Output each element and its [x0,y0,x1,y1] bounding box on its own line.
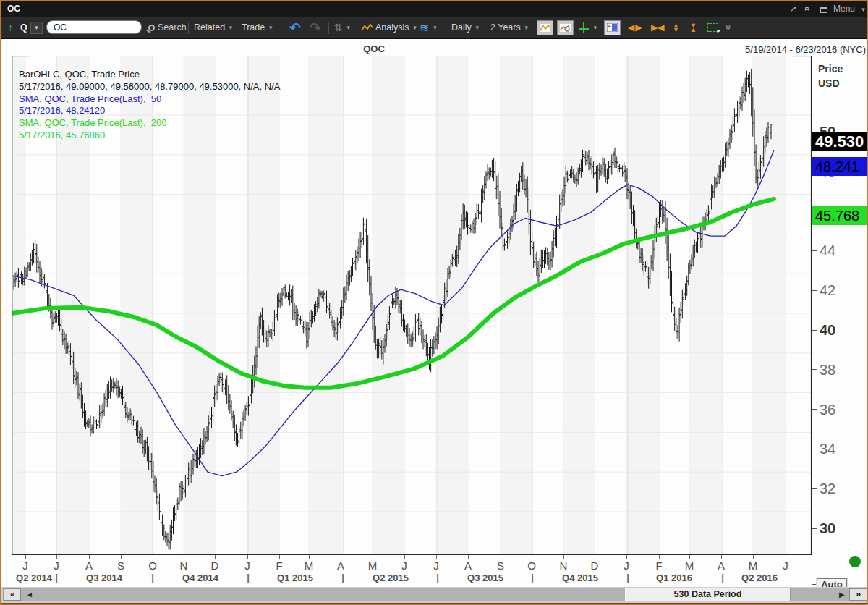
zoom-select-tool[interactable]: ▸ [707,17,718,38]
month-label: M [302,559,316,572]
range-dropdown[interactable]: 2 Years▼ [490,17,529,38]
month-label: O [145,559,160,572]
collapse-icon[interactable]: » [804,4,809,14]
interval-dropdown[interactable]: Daily▼ [451,17,480,38]
price-tick-label: 34 [820,441,863,457]
quarter-separator: | [145,572,160,583]
last-value-box: 45.768 [812,206,868,225]
symbol-input[interactable] [46,20,142,34]
quarter-separator: | [525,572,540,583]
price-tick-label: 30 [820,520,863,537]
quarter-label: Q4 2015 [551,572,609,583]
add-panel-button[interactable]: + [604,17,621,38]
chart-settings-button[interactable] [557,17,574,38]
search-button[interactable]: Search [148,17,187,38]
popout-icon[interactable]: ↗ [790,4,797,14]
month-label: S [493,559,508,572]
menu-button[interactable]: Menu ▼ [833,4,866,15]
legend-line: 5/17/2016, 45.76860 [19,130,280,142]
title-bar: OC ↗ » Menu ▼ [1,1,867,17]
more-tools-icon[interactable]: » [726,17,731,38]
chart-magnifier-icon [560,24,571,32]
redo-icon[interactable]: ↷ [310,17,321,38]
legend-line: 5/17/2016, 48.24120 [19,105,280,117]
scroll-far-left-button[interactable]: « [4,588,21,601]
time-axis[interactable]: JJASONDJFMAMJJASONDJFMAMJQ2 2014Q3 2014Q… [1,555,868,587]
cursor-icon: ▸ [717,27,720,34]
chart-style-button[interactable] [537,17,553,38]
month-label: M [365,559,380,572]
month-label: D [208,559,222,572]
chart-legend: BarOHLC, QOC, Trade Price5/17/2016, 49.0… [19,69,280,142]
related-menu[interactable]: Related▼ [194,17,234,38]
scroll-left-arrow[interactable]: ◄ [26,591,33,598]
price-plot[interactable]: BarOHLC, QOC, Trade Price5/17/2016, 49.0… [12,56,812,555]
chevron-down-icon: ▼ [268,25,273,31]
scroll-far-right-button[interactable]: » [849,588,867,601]
month-label: A [714,559,728,572]
line-chart-icon [540,24,550,32]
compress-vertical-icon[interactable]: ▼▲ [690,17,697,38]
quarter-label: Q1 2016 [645,572,703,583]
month-label: J [397,559,412,572]
data-period-button[interactable]: 530 Data Period [625,588,791,601]
chevron-down-icon: ▼ [475,25,480,31]
month-label: M [746,559,760,572]
expand-vertical-icon[interactable]: ▲▼ [673,17,679,38]
price-tick-label: 44 [820,242,863,259]
search-icon [148,25,155,31]
quarter-label: Q4 2014 [171,572,229,583]
month-label: F [272,559,286,572]
expand-horizontal-icon[interactable]: ◀▶ [628,17,642,38]
chevron-down-icon: ▼ [228,25,234,31]
price-tick-label: 42 [820,282,863,299]
time-scrollbar[interactable]: « ◄ 530 Data Period ▶ » [1,587,868,603]
last-value-box: 49.530 [812,132,868,151]
add-panel-icon: + [607,23,618,32]
legend-line: SMA, QOC, Trade Price(Last), 200 [19,117,280,130]
chevron-down-icon: ▼ [592,25,598,31]
quarter-separator: | [49,572,64,583]
month-label: F [652,559,666,572]
price-tick-label: 32 [820,481,863,497]
month-label: N [556,559,571,572]
price-tick-label: 40 [820,322,863,339]
toolbar: ↑ Q ▼ Search Related▼ Trade▼ ↶ ↷ ⇅▼ Anal… [1,17,867,39]
quarter-label: Q3 2015 [456,572,514,583]
month-label: N [176,559,191,572]
month-label: S [114,559,128,572]
chevron-down-icon: ▼ [412,25,418,31]
month-label: A [461,559,475,572]
analysis-menu[interactable]: Analysis▼ [361,17,417,38]
scroll-right-arrow[interactable]: ▶ [839,591,845,598]
month-label: J [18,559,33,572]
undo-icon[interactable]: ↶ [289,17,301,38]
quarter-separator: | [715,572,730,583]
compress-horizontal-icon[interactable]: ▶◀ [651,17,664,38]
chevron-down-icon: ▼ [346,25,352,31]
month-label: A [333,559,348,572]
price-axis[interactable]: Price USD 5048464442403836343230 49.5304… [812,56,868,588]
month-label: D [587,559,602,572]
quarter-label: Q2 2015 [362,572,420,583]
last-value-box: 48.241 [812,157,868,176]
window-mode-icon[interactable] [820,5,827,15]
legend-line: 5/17/2016, 49.09000, 49.56000, 48.79000,… [19,81,280,93]
month-label: O [524,559,539,572]
trade-menu[interactable]: Trade▼ [242,17,273,38]
quarter-separator: | [430,572,445,583]
window-title: OC [7,4,20,14]
month-label: J [778,559,793,572]
month-label: J [240,559,255,572]
quarter-label: Q1 2015 [266,572,324,583]
chart-date-range: 5/19/2014 - 6/23/2016 (NYC) [745,44,866,55]
quarter-separator: | [336,572,350,583]
price-axis-header: Price USD [818,62,843,90]
waves-icon[interactable]: ≋▼ [420,17,438,38]
crosshair-tool[interactable]: ▼ [578,17,598,38]
quote-type-label: Q [20,17,27,38]
quote-type-dropdown[interactable]: ▼ [30,17,43,38]
legend-line: BarOHLC, QOC, Trade Price [19,69,280,81]
chevron-down-icon: ▼ [432,25,438,31]
compare-icon[interactable]: ⇅▼ [334,17,352,38]
